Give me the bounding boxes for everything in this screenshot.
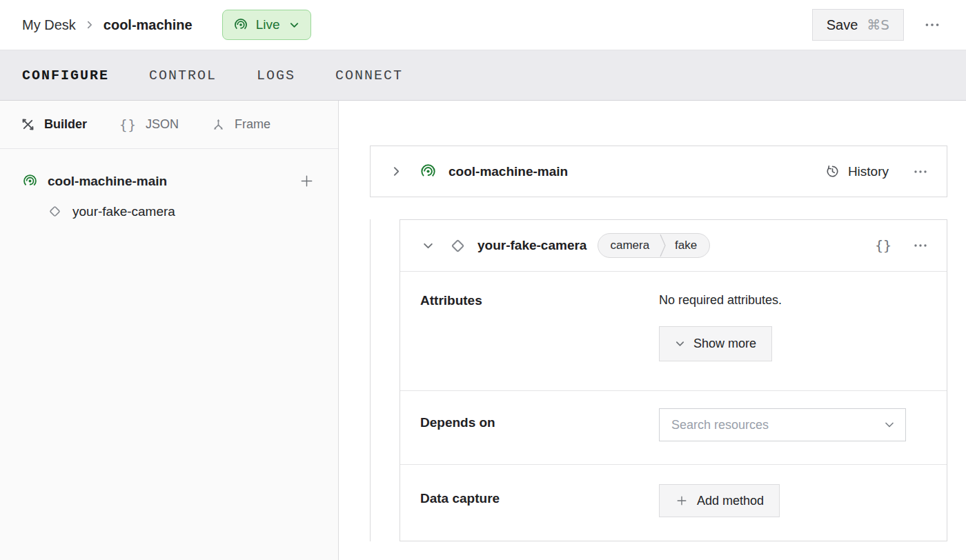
attributes-section: Attributes No required attributes. Show … bbox=[400, 271, 947, 390]
topbar-left: My Desk cool-machine Live bbox=[22, 10, 311, 40]
component-type-badge: camera fake bbox=[598, 233, 710, 258]
resource-tree: cool-machine-main your-fake-camera bbox=[0, 149, 338, 219]
live-chevron-down-icon bbox=[289, 20, 299, 30]
part-broadcast-icon bbox=[420, 163, 437, 180]
show-more-chevron-icon bbox=[675, 339, 685, 349]
component-card-connector: your-fake-camera camera fake {} bbox=[370, 219, 947, 541]
component-diamond-icon bbox=[47, 203, 63, 219]
add-method-label: Add method bbox=[697, 494, 764, 508]
machine-tabbar: CONFIGURE CONTROL LOGS CONNECT bbox=[0, 50, 966, 101]
ellipsis-icon bbox=[912, 237, 929, 254]
view-tab-frame[interactable]: Frame bbox=[211, 117, 270, 132]
show-more-button[interactable]: Show more bbox=[659, 326, 772, 361]
component-card: your-fake-camera camera fake {} bbox=[400, 219, 947, 541]
depends-on-placeholder: Search resources bbox=[671, 418, 769, 432]
tree-item-part-name: cool-machine-main bbox=[48, 174, 167, 189]
depends-on-select[interactable]: Search resources bbox=[659, 408, 906, 441]
app-window: My Desk cool-machine Live bbox=[0, 0, 966, 560]
depends-on-label: Depends on bbox=[420, 408, 659, 441]
view-tab-json[interactable]: {} JSON bbox=[119, 117, 179, 132]
topbar: My Desk cool-machine Live bbox=[0, 0, 966, 50]
badge-chevron-divider bbox=[660, 234, 666, 257]
breadcrumb-parent-link[interactable]: My Desk bbox=[22, 17, 76, 33]
part-card-menu-button[interactable] bbox=[909, 161, 931, 183]
component-card-title: your-fake-camera bbox=[477, 238, 586, 253]
component-json-button[interactable]: {} bbox=[872, 236, 894, 255]
live-status-label: Live bbox=[256, 17, 280, 32]
ellipsis-icon bbox=[912, 163, 929, 180]
view-switcher: Builder {} JSON bbox=[0, 101, 338, 149]
chevron-right-icon bbox=[391, 166, 402, 177]
select-chevron-down-icon bbox=[884, 419, 895, 430]
attributes-label: Attributes bbox=[420, 293, 659, 361]
breadcrumb: My Desk cool-machine bbox=[22, 17, 193, 33]
tab-control[interactable]: CONTROL bbox=[149, 68, 217, 83]
machine-part-card: cool-machine-main History bbox=[370, 146, 947, 197]
breadcrumb-current-machine: cool-machine bbox=[103, 17, 193, 33]
plus-icon bbox=[299, 173, 315, 189]
ellipsis-icon bbox=[923, 16, 941, 34]
view-tab-json-label: JSON bbox=[146, 117, 179, 132]
chevron-down-icon bbox=[422, 240, 434, 252]
depends-on-section: Depends on Search resources bbox=[400, 390, 947, 464]
tree-item-component-name: your-fake-camera bbox=[72, 204, 175, 219]
content-area: Builder {} JSON bbox=[0, 101, 966, 560]
part-card-expand-button[interactable] bbox=[388, 163, 405, 180]
save-shortcut-hint: ⌘S bbox=[867, 17, 889, 33]
show-more-label: Show more bbox=[693, 337, 756, 351]
component-type: camera bbox=[598, 234, 660, 257]
live-broadcast-icon bbox=[233, 17, 248, 32]
part-card-title: cool-machine-main bbox=[448, 164, 568, 179]
add-method-button[interactable]: Add method bbox=[659, 484, 780, 517]
frame-axes-icon bbox=[211, 117, 226, 132]
part-broadcast-icon bbox=[22, 173, 38, 189]
history-button[interactable]: History bbox=[825, 163, 889, 179]
topbar-right: Save ⌘S bbox=[812, 9, 944, 41]
component-card-header: your-fake-camera camera fake {} bbox=[400, 220, 947, 271]
tab-logs[interactable]: LOGS bbox=[257, 68, 295, 83]
component-diamond-icon bbox=[448, 237, 467, 255]
data-capture-label: Data capture bbox=[420, 484, 659, 517]
builder-tools-icon bbox=[21, 117, 35, 132]
history-clock-icon bbox=[825, 163, 840, 179]
view-tab-builder[interactable]: Builder bbox=[21, 117, 87, 132]
history-label: History bbox=[848, 164, 889, 179]
add-resource-button[interactable] bbox=[296, 170, 317, 192]
view-tab-builder-label: Builder bbox=[44, 117, 87, 132]
data-capture-section: Data capture Add method bbox=[400, 464, 947, 541]
breadcrumb-chevron-icon bbox=[85, 20, 95, 30]
config-sidebar: Builder {} JSON bbox=[0, 101, 339, 560]
save-button[interactable]: Save ⌘S bbox=[812, 9, 904, 41]
tree-item-component-camera[interactable]: your-fake-camera bbox=[22, 203, 317, 219]
save-label: Save bbox=[827, 17, 858, 33]
component-menu-button[interactable] bbox=[909, 234, 931, 257]
json-braces-icon: {} bbox=[119, 117, 137, 132]
config-main-panel: cool-machine-main History bbox=[339, 101, 966, 560]
attributes-empty-text: No required attributes. bbox=[659, 293, 782, 308]
topbar-overflow-menu-button[interactable] bbox=[920, 13, 944, 37]
view-tab-frame-label: Frame bbox=[235, 117, 270, 132]
machine-status-dropdown[interactable]: Live bbox=[222, 10, 311, 40]
plus-icon bbox=[675, 494, 689, 508]
tab-connect[interactable]: CONNECT bbox=[335, 68, 403, 83]
tab-configure[interactable]: CONFIGURE bbox=[22, 68, 109, 83]
component-collapse-button[interactable] bbox=[420, 237, 437, 254]
tree-item-machine-part[interactable]: cool-machine-main bbox=[22, 170, 317, 192]
component-model: fake bbox=[666, 234, 709, 257]
